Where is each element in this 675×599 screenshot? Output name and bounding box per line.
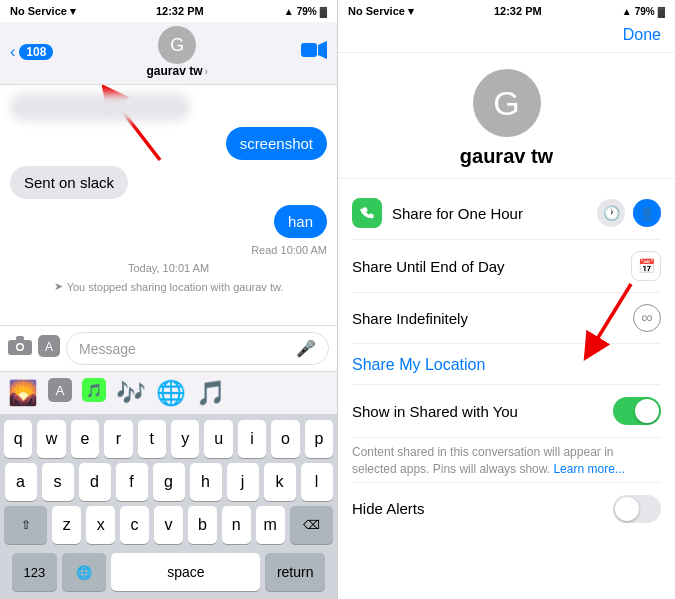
key-globe[interactable]: 🌐 (62, 553, 107, 591)
camera-icon[interactable] (8, 336, 32, 362)
show-shared-toggle[interactable] (613, 397, 661, 425)
key-w[interactable]: w (37, 420, 65, 458)
svg-line-15 (591, 284, 631, 349)
emoji-music[interactable]: 🎶 (116, 379, 146, 407)
share-one-hour-row[interactable]: Share for One Hour 🕐 👤 (352, 187, 661, 240)
key-l[interactable]: l (301, 463, 333, 501)
key-123[interactable]: 123 (12, 553, 57, 591)
key-r[interactable]: r (104, 420, 132, 458)
key-space[interactable]: space (111, 553, 260, 591)
input-placeholder: Message (79, 341, 136, 357)
key-u[interactable]: u (204, 420, 232, 458)
right-panel: No Service ▾ 12:32 PM ▲ 79% ▓ Done G gau… (338, 0, 675, 599)
key-z[interactable]: z (52, 506, 81, 544)
emoji-apps[interactable]: A (48, 378, 72, 408)
key-v[interactable]: v (154, 506, 183, 544)
wifi-icon: ▾ (70, 5, 76, 18)
key-e[interactable]: e (71, 420, 99, 458)
key-shift[interactable]: ⇧ (4, 506, 47, 544)
battery-area: ▲ 79% ▓ (284, 6, 327, 17)
location-icon: ▲ (284, 6, 294, 17)
message-count-badge: 108 (19, 44, 53, 60)
learn-more-link[interactable]: Learn more... (553, 462, 624, 476)
left-nav-bar: ‹ 108 G gaurav tw › (0, 22, 337, 85)
right-battery-icon: ▓ (658, 6, 665, 17)
message-input-bar: A Message 🎤 (0, 325, 337, 371)
share-one-hour-label: Share for One Hour (392, 205, 523, 222)
emoji-photos[interactable]: 🌄 (8, 379, 38, 407)
key-x[interactable]: x (86, 506, 115, 544)
message-bubble-slack: Sent on slack (10, 166, 128, 199)
key-a[interactable]: a (5, 463, 37, 501)
appstore-icon[interactable]: A (38, 335, 60, 363)
key-f[interactable]: f (116, 463, 148, 501)
key-delete[interactable]: ⌫ (290, 506, 333, 544)
share-end-of-day-left: Share Until End of Day (352, 258, 505, 275)
key-p[interactable]: p (305, 420, 333, 458)
key-m[interactable]: m (256, 506, 285, 544)
key-return[interactable]: return (265, 553, 325, 591)
contact-name: gaurav tw (460, 145, 553, 168)
video-call-button[interactable] (301, 41, 327, 64)
back-button[interactable]: ‹ 108 (10, 43, 53, 61)
battery-icon: ▓ (320, 6, 327, 17)
read-receipt: Read 10:00 AM (251, 244, 327, 256)
right-signal: No Service ▾ (348, 5, 414, 18)
contact-info: G gaurav tw (338, 53, 675, 179)
share-one-hour-icons: 🕐 👤 (597, 199, 661, 227)
timestamp: Today, 10:01 AM (128, 262, 209, 274)
show-shared-row: Show in Shared with You (352, 385, 661, 438)
key-n[interactable]: n (222, 506, 251, 544)
share-indefinitely-label: Share Indefinitely (352, 310, 468, 327)
done-button[interactable]: Done (623, 26, 661, 44)
key-s[interactable]: s (42, 463, 74, 501)
svg-text:A: A (56, 383, 65, 398)
keyboard: q w e r t y u i o p a s d f g h j k l ⇧ … (0, 414, 337, 599)
left-panel: No Service ▾ 12:32 PM ▲ 79% ▓ ‹ 108 G ga… (0, 0, 338, 599)
emoji-audio[interactable]: 🎵 (82, 378, 106, 408)
key-d[interactable]: d (79, 463, 111, 501)
battery-text: 79% (297, 6, 317, 17)
key-k[interactable]: k (264, 463, 296, 501)
contact-name-nav: gaurav tw › (147, 64, 208, 78)
key-i[interactable]: i (238, 420, 266, 458)
location-stop-text: ➤ You stopped sharing location with gaur… (54, 280, 284, 293)
share-location-row[interactable]: Share My Location (352, 344, 661, 385)
nav-contact-center[interactable]: G gaurav tw › (147, 26, 208, 78)
red-arrow-share (571, 274, 671, 364)
toggle-knob (635, 399, 659, 423)
keyboard-row-3: ⇧ z x c v b n m ⌫ (4, 506, 333, 544)
clock-icon: 🕐 (597, 199, 625, 227)
key-b[interactable]: b (188, 506, 217, 544)
message-input-field[interactable]: Message 🎤 (66, 332, 329, 365)
phone-icon (352, 198, 382, 228)
right-location-icon: ▲ (622, 6, 632, 17)
key-g[interactable]: g (153, 463, 185, 501)
svg-text:🎵: 🎵 (86, 382, 103, 399)
key-o[interactable]: o (271, 420, 299, 458)
hide-alerts-toggle[interactable] (613, 495, 661, 523)
key-j[interactable]: j (227, 463, 259, 501)
left-status-bar: No Service ▾ 12:32 PM ▲ 79% ▓ (0, 0, 337, 22)
key-c[interactable]: c (120, 506, 149, 544)
key-q[interactable]: q (4, 420, 32, 458)
location-arrow-icon: ➤ (54, 280, 63, 293)
mic-icon: 🎤 (296, 339, 316, 358)
key-h[interactable]: h (190, 463, 222, 501)
key-y[interactable]: y (171, 420, 199, 458)
right-nav: Done (338, 22, 675, 53)
svg-point-6 (18, 344, 23, 349)
key-t[interactable]: t (138, 420, 166, 458)
svg-marker-1 (318, 41, 327, 59)
svg-rect-0 (301, 43, 317, 57)
chevron-right-icon: › (205, 66, 208, 77)
messages-area: screenshot Sent on slack han Read 10:00 … (0, 85, 337, 325)
toggle-knob-off (615, 497, 639, 521)
contact-avatar: G (473, 69, 541, 137)
time-display: 12:32 PM (156, 5, 204, 17)
signal-text: No Service (10, 5, 67, 17)
message-bubble-screenshot: screenshot (226, 127, 327, 160)
emoji-music2[interactable]: 🎵 (196, 379, 226, 407)
back-chevron-icon: ‹ (10, 43, 15, 61)
emoji-globe[interactable]: 🌐 (156, 379, 186, 407)
